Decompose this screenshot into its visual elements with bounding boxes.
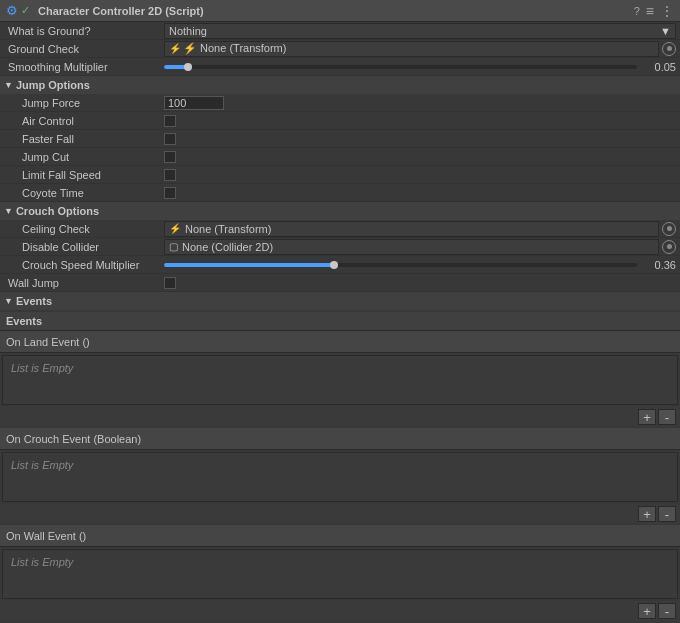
jump-force-row: Jump Force <box>0 94 680 112</box>
on-wall-add-button[interactable]: + <box>638 603 656 619</box>
crouch-options-header[interactable]: ▼ Crouch Options <box>0 202 680 220</box>
on-crouch-list-empty: List is Empty <box>3 453 677 477</box>
on-land-event-header[interactable]: On Land Event () <box>0 331 680 353</box>
on-crouch-event-footer: + - <box>0 504 680 524</box>
jump-cut-value[interactable] <box>164 151 676 163</box>
faster-fall-label: Faster Fall <box>4 133 164 145</box>
smoothing-slider-track[interactable] <box>164 65 637 69</box>
what-is-ground-value[interactable]: Nothing ▼ <box>164 23 676 39</box>
air-control-checkbox[interactable] <box>164 115 176 127</box>
on-wall-remove-button[interactable]: - <box>658 603 676 619</box>
ceiling-check-label: Ceiling Check <box>4 223 164 235</box>
on-land-event-group: On Land Event () List is Empty + - <box>0 331 680 427</box>
title-bar-icons: ⚙ ✓ <box>6 3 30 18</box>
on-crouch-event-header[interactable]: On Crouch Event (Boolean) <box>0 428 680 450</box>
jump-options-arrow: ▼ <box>4 80 13 90</box>
what-is-ground-dropdown[interactable]: Nothing ▼ <box>164 23 676 39</box>
sort-icon[interactable]: ≡ <box>646 3 654 19</box>
jump-options-header[interactable]: ▼ Jump Options <box>0 76 680 94</box>
on-wall-event-group: On Wall Event () List is Empty + - <box>0 525 680 621</box>
events-foldout-header[interactable]: ▼ Events <box>0 292 680 310</box>
ceiling-check-value[interactable]: ⚡ None (Transform) <box>164 221 676 237</box>
crouch-speed-slider-container[interactable]: 0.36 <box>164 259 676 271</box>
smoothing-slider-thumb[interactable] <box>184 63 192 71</box>
disable-collider-field[interactable]: ▢ None (Collider 2D) <box>164 239 659 255</box>
smoothing-slider-container[interactable]: 0.05 <box>164 61 676 73</box>
disable-collider-target[interactable] <box>662 240 676 254</box>
coyote-time-label: Coyote Time <box>4 187 164 199</box>
air-control-label: Air Control <box>4 115 164 127</box>
on-land-event-footer: + - <box>0 407 680 427</box>
smoothing-multiplier-row: Smoothing Multiplier 0.05 <box>0 58 680 76</box>
checkmark-icon: ✓ <box>21 4 30 17</box>
coyote-time-row: Coyote Time <box>0 184 680 202</box>
limit-fall-speed-checkbox[interactable] <box>164 169 176 181</box>
on-wall-event-label: On Wall Event () <box>6 530 86 542</box>
events-section: Events On Land Event () List is Empty + … <box>0 312 680 621</box>
on-land-list-empty: List is Empty <box>3 356 677 380</box>
wall-jump-checkbox[interactable] <box>164 277 176 289</box>
limit-fall-speed-value[interactable] <box>164 169 676 181</box>
faster-fall-row: Faster Fall <box>0 130 680 148</box>
coyote-time-checkbox[interactable] <box>164 187 176 199</box>
wall-jump-value[interactable] <box>164 277 676 289</box>
jump-force-input[interactable] <box>164 96 224 110</box>
on-wall-event-header[interactable]: On Wall Event () <box>0 525 680 547</box>
on-crouch-add-button[interactable]: + <box>638 506 656 522</box>
wall-jump-row: Wall Jump <box>0 274 680 292</box>
crouch-speed-slider-fill <box>164 263 334 267</box>
air-control-row: Air Control <box>0 112 680 130</box>
help-icon[interactable]: ? <box>634 5 640 17</box>
faster-fall-checkbox[interactable] <box>164 133 176 145</box>
crouch-speed-slider-value: 0.36 <box>641 259 676 271</box>
ground-check-field[interactable]: ⚡ ⚡ None (Transform) <box>164 41 659 57</box>
crouch-speed-slider-track[interactable] <box>164 263 637 267</box>
crouch-speed-row: Crouch Speed Multiplier 0.36 <box>0 256 680 274</box>
limit-fall-speed-label: Limit Fall Speed <box>4 169 164 181</box>
disable-collider-value[interactable]: ▢ None (Collider 2D) <box>164 239 676 255</box>
crouch-speed-value: 0.36 <box>164 259 676 271</box>
air-control-value[interactable] <box>164 115 676 127</box>
on-crouch-remove-button[interactable]: - <box>658 506 676 522</box>
ground-check-value[interactable]: ⚡ ⚡ None (Transform) <box>164 41 676 57</box>
faster-fall-value[interactable] <box>164 133 676 145</box>
ceiling-check-row: Ceiling Check ⚡ None (Transform) <box>0 220 680 238</box>
ceiling-check-target[interactable] <box>662 222 676 236</box>
jump-force-value[interactable] <box>164 96 676 110</box>
disable-collider-row: Disable Collider ▢ None (Collider 2D) <box>0 238 680 256</box>
on-land-remove-button[interactable]: - <box>658 409 676 425</box>
ceiling-transform-icon: ⚡ <box>169 223 181 234</box>
collider-doc-icon: ▢ <box>169 241 178 252</box>
component-icon: ⚙ <box>6 3 18 18</box>
dropdown-arrow: ▼ <box>660 25 671 37</box>
on-crouch-event-body: List is Empty <box>2 452 678 502</box>
ground-check-row: Ground Check ⚡ ⚡ None (Transform) <box>0 40 680 58</box>
crouch-speed-slider-thumb[interactable] <box>330 261 338 269</box>
ground-check-label: Ground Check <box>4 43 164 55</box>
ceiling-check-field[interactable]: ⚡ None (Transform) <box>164 221 659 237</box>
on-land-add-button[interactable]: + <box>638 409 656 425</box>
what-is-ground-row: What is Ground? Nothing ▼ <box>0 22 680 40</box>
on-wall-event-footer: + - <box>0 601 680 621</box>
jump-force-label: Jump Force <box>4 97 164 109</box>
smoothing-multiplier-value: 0.05 <box>164 61 676 73</box>
on-crouch-event-group: On Crouch Event (Boolean) List is Empty … <box>0 428 680 524</box>
crouch-speed-label: Crouch Speed Multiplier <box>4 259 164 271</box>
limit-fall-speed-row: Limit Fall Speed <box>0 166 680 184</box>
transform-icon: ⚡ <box>169 43 181 54</box>
on-crouch-event-label: On Crouch Event (Boolean) <box>6 433 141 445</box>
jump-cut-row: Jump Cut <box>0 148 680 166</box>
what-is-ground-label: What is Ground? <box>4 25 164 37</box>
menu-icon[interactable]: ⋮ <box>660 3 674 19</box>
crouch-options-arrow: ▼ <box>4 206 13 216</box>
disable-collider-label: Disable Collider <box>4 241 164 253</box>
title-bar-right[interactable]: ? ≡ ⋮ <box>634 3 674 19</box>
crouch-options-label: Crouch Options <box>16 205 99 217</box>
on-wall-list-empty: List is Empty <box>3 550 677 574</box>
events-label: Events <box>0 312 680 331</box>
coyote-time-value[interactable] <box>164 187 676 199</box>
ground-check-target[interactable] <box>662 42 676 56</box>
events-foldout-label: Events <box>16 295 52 307</box>
jump-cut-checkbox[interactable] <box>164 151 176 163</box>
events-foldout-arrow: ▼ <box>4 296 13 306</box>
